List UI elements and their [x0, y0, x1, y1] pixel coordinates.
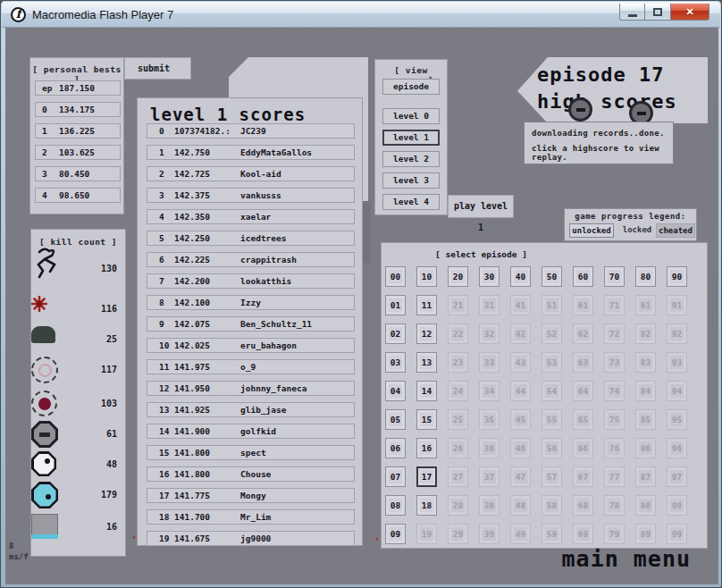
- play-level-button[interactable]: play level 1: [448, 195, 514, 218]
- episode-cell-39[interactable]: 39: [479, 524, 500, 544]
- episode-cell-55[interactable]: 55: [542, 409, 562, 430]
- episode-cell-68[interactable]: 68: [573, 495, 593, 516]
- highscore-row[interactable]: 13141.925glib_jase: [147, 402, 355, 417]
- highscore-row[interactable]: 8142.100Izzy: [147, 295, 355, 310]
- episode-cell-67[interactable]: 67: [573, 466, 593, 487]
- episode-cell-36[interactable]: 36: [479, 438, 500, 458]
- episode-cell-72[interactable]: 72: [604, 323, 625, 344]
- episode-cell-13[interactable]: 13: [416, 352, 437, 373]
- highscore-row[interactable]: 12141.950johnny_faneca: [147, 381, 355, 396]
- highscore-row[interactable]: 4142.350xaelar: [147, 209, 355, 224]
- episode-cell-08[interactable]: 08: [385, 495, 406, 516]
- episode-cell-60[interactable]: 60: [573, 266, 593, 287]
- episode-cell-26[interactable]: 26: [448, 438, 468, 458]
- view-scores-button-episode[interactable]: episode: [382, 79, 440, 95]
- episode-cell-54[interactable]: 54: [542, 381, 562, 401]
- episode-cell-40[interactable]: 40: [510, 266, 531, 287]
- episode-cell-96[interactable]: 96: [667, 438, 687, 458]
- episode-cell-23[interactable]: 23: [448, 352, 468, 373]
- episode-cell-09[interactable]: 09: [385, 524, 406, 544]
- close-button[interactable]: ✕: [671, 4, 709, 21]
- episode-cell-42[interactable]: 42: [510, 323, 531, 344]
- episode-cell-24[interactable]: 24: [448, 381, 468, 401]
- episode-cell-65[interactable]: 65: [573, 409, 593, 430]
- episode-cell-70[interactable]: 70: [604, 266, 625, 287]
- episode-cell-59[interactable]: 59: [542, 524, 562, 544]
- episode-cell-74[interactable]: 74: [604, 381, 625, 401]
- highscore-row[interactable]: 17141.775Mongy: [147, 488, 355, 503]
- episode-cell-91[interactable]: 91: [667, 295, 687, 315]
- main-menu-button[interactable]: main menu: [562, 546, 691, 572]
- episode-cell-02[interactable]: 02: [385, 323, 406, 344]
- highscore-row[interactable]: 15141.800spect: [147, 445, 355, 460]
- view-scores-button-level-1[interactable]: level 1: [382, 130, 440, 146]
- highscore-row[interactable]: 10142.025eru_bahagon: [147, 338, 355, 353]
- view-scores-button-level-2[interactable]: level 2: [382, 151, 440, 167]
- highscore-row[interactable]: 1142.750EddyMataGallos: [147, 145, 355, 160]
- highscore-row[interactable]: 0107374182.:JC239: [147, 123, 355, 139]
- episode-cell-50[interactable]: 50: [542, 266, 562, 287]
- episode-cell-81[interactable]: 81: [635, 295, 656, 315]
- episode-cell-43[interactable]: 43: [510, 352, 531, 373]
- episode-cell-28[interactable]: 28: [448, 495, 468, 516]
- episode-cell-33[interactable]: 33: [479, 352, 500, 373]
- episode-cell-32[interactable]: 32: [479, 323, 500, 344]
- episode-cell-57[interactable]: 57: [542, 466, 562, 487]
- episode-cell-44[interactable]: 44: [510, 381, 531, 401]
- episode-cell-15[interactable]: 15: [416, 409, 437, 430]
- episode-cell-05[interactable]: 05: [385, 409, 406, 430]
- episode-cell-16[interactable]: 16: [416, 438, 437, 458]
- titlebar[interactable]: f Macromedia Flash Player 7 ✕: [2, 2, 720, 28]
- episode-cell-27[interactable]: 27: [448, 466, 468, 487]
- episode-cell-75[interactable]: 75: [604, 409, 625, 430]
- episode-cell-17[interactable]: 17: [416, 466, 437, 487]
- episode-cell-34[interactable]: 34: [479, 381, 500, 401]
- view-scores-button-level-3[interactable]: level 3: [382, 172, 440, 189]
- episode-cell-53[interactable]: 53: [542, 352, 562, 373]
- episode-cell-49[interactable]: 49: [510, 524, 531, 544]
- episode-cell-51[interactable]: 51: [542, 295, 562, 315]
- episode-cell-76[interactable]: 76: [604, 438, 625, 458]
- episode-cell-20[interactable]: 20: [448, 266, 468, 287]
- highscore-row[interactable]: 7142.200lookatthis: [147, 273, 355, 289]
- highscore-row[interactable]: 18141.700Mr_Lim: [147, 509, 355, 525]
- episode-cell-86[interactable]: 86: [635, 438, 656, 458]
- episode-cell-18[interactable]: 18: [416, 495, 437, 516]
- episode-cell-80[interactable]: 80: [635, 266, 656, 287]
- episode-cell-46[interactable]: 46: [510, 438, 531, 458]
- episode-cell-77[interactable]: 77: [604, 466, 625, 487]
- episode-cell-41[interactable]: 41: [510, 295, 531, 315]
- episode-cell-03[interactable]: 03: [385, 352, 406, 373]
- episode-cell-98[interactable]: 98: [667, 495, 687, 516]
- episode-cell-99[interactable]: 99: [667, 524, 687, 544]
- episode-cell-62[interactable]: 62: [573, 323, 593, 344]
- episode-cell-79[interactable]: 79: [604, 524, 625, 544]
- episode-cell-29[interactable]: 29: [448, 524, 468, 544]
- highscore-row[interactable]: 2142.725Kool-aid: [147, 166, 355, 181]
- episode-cell-85[interactable]: 85: [635, 409, 656, 430]
- episode-cell-95[interactable]: 95: [667, 409, 687, 430]
- episode-cell-56[interactable]: 56: [542, 438, 562, 458]
- episode-cell-11[interactable]: 11: [416, 295, 437, 315]
- episode-cell-88[interactable]: 88: [635, 495, 656, 516]
- view-scores-button-level-0[interactable]: level 0: [382, 108, 440, 124]
- episode-cell-00[interactable]: 00: [385, 266, 406, 287]
- episode-cell-52[interactable]: 52: [542, 323, 562, 344]
- highscore-row[interactable]: 19141.675jg9000: [147, 531, 355, 546]
- view-scores-button-level-4[interactable]: level 4: [382, 194, 440, 210]
- episode-cell-94[interactable]: 94: [667, 381, 687, 401]
- episode-cell-47[interactable]: 47: [510, 466, 531, 487]
- highscore-row[interactable]: 3142.375vankusss: [147, 188, 355, 203]
- episode-cell-73[interactable]: 73: [604, 352, 625, 373]
- episode-cell-58[interactable]: 58: [542, 495, 562, 516]
- episode-cell-48[interactable]: 48: [510, 495, 531, 516]
- episode-cell-83[interactable]: 83: [635, 352, 656, 373]
- episode-cell-07[interactable]: 07: [385, 466, 406, 487]
- episode-cell-37[interactable]: 37: [479, 466, 500, 487]
- episode-cell-66[interactable]: 66: [573, 438, 593, 458]
- minimize-button[interactable]: [619, 4, 645, 21]
- highscore-row[interactable]: 5142.250icedtrees: [147, 231, 355, 246]
- episode-cell-92[interactable]: 92: [667, 323, 687, 344]
- episode-cell-14[interactable]: 14: [416, 381, 437, 401]
- episode-cell-61[interactable]: 61: [573, 295, 593, 315]
